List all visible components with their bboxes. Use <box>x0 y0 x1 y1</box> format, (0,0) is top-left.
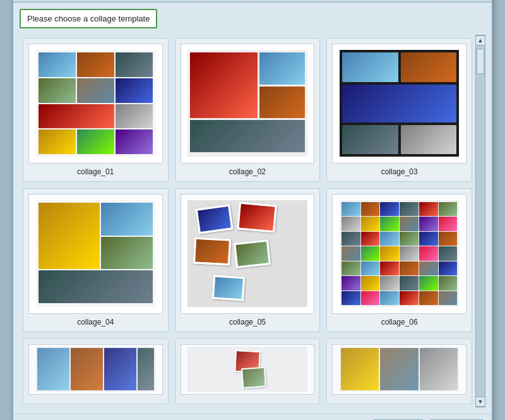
template-thumb-collage01 <box>28 44 163 164</box>
dialog-footer: Cancel Choose <box>13 414 492 421</box>
template-thumb-collage06 <box>332 194 466 314</box>
choose-template-dialog: Choose Template × Please choose a collag… <box>13 0 492 420</box>
prompt-text: Please choose a collage template <box>27 14 150 23</box>
template-item-collage08[interactable] <box>175 339 321 404</box>
scrollbar[interactable]: ▲ ▼ <box>475 35 485 407</box>
grid-area: collage_01 collage_02 <box>20 35 485 407</box>
scrollbar-thumb[interactable] <box>477 49 484 74</box>
template-thumb-collage08 <box>181 344 315 395</box>
template-label-collage03: collage_03 <box>381 167 418 176</box>
template-item-collage06[interactable]: collage_06 <box>326 188 472 332</box>
prompt-box: Please choose a collage template <box>20 9 157 28</box>
collage05-preview <box>187 200 307 307</box>
scroll-up-button[interactable]: ▲ <box>475 35 485 45</box>
template-item-collage03[interactable]: collage_03 <box>326 38 472 182</box>
template-item-collage04[interactable]: collage_04 <box>23 188 169 332</box>
collage01-preview <box>36 50 156 157</box>
template-item-collage02[interactable]: collage_02 <box>175 38 321 182</box>
scrollbar-track <box>476 45 485 397</box>
template-label-collage04: collage_04 <box>77 318 114 327</box>
template-item-collage09[interactable] <box>326 339 472 404</box>
dialog-body: Please choose a collage template <box>13 3 492 414</box>
template-item-collage01[interactable]: collage_01 <box>23 38 169 182</box>
template-thumb-collage07 <box>28 344 163 395</box>
template-thumb-collage02 <box>181 44 315 164</box>
template-thumb-collage09 <box>332 344 466 395</box>
template-label-collage05: collage_05 <box>229 318 266 327</box>
template-item-collage07[interactable] <box>23 339 169 404</box>
template-grid: collage_01 collage_02 <box>20 35 475 407</box>
template-label-collage06: collage_06 <box>381 318 418 327</box>
template-item-collage05[interactable]: collage_05 <box>175 188 321 332</box>
scroll-down-button[interactable]: ▼ <box>475 397 485 407</box>
template-thumb-collage05 <box>181 194 315 314</box>
template-thumb-collage04 <box>28 194 163 314</box>
collage06-preview <box>340 200 460 307</box>
template-label-collage01: collage_01 <box>77 167 114 176</box>
template-thumb-collage03 <box>332 44 466 164</box>
collage03-preview <box>340 50 460 157</box>
collage02-preview <box>187 50 307 157</box>
collage04-preview <box>36 200 156 307</box>
template-label-collage02: collage_02 <box>229 167 266 176</box>
